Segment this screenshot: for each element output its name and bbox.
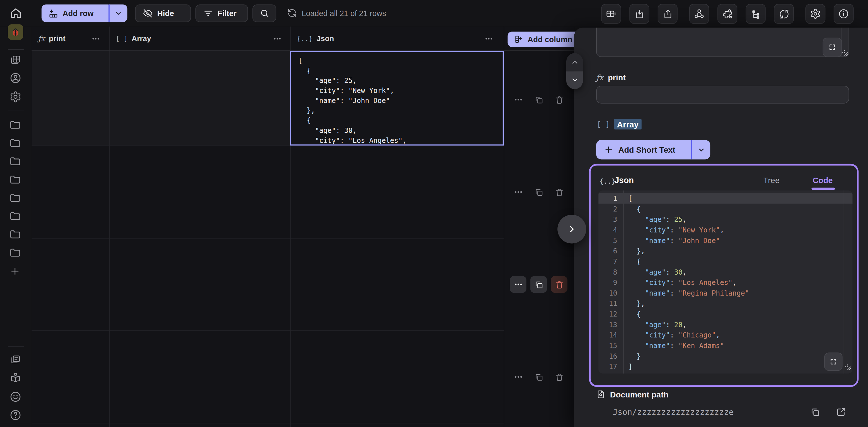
copy-icon [810,406,820,417]
info-button[interactable] [834,4,854,24]
sidebar-folder-7[interactable] [9,230,21,239]
expand-field-button[interactable] [823,38,842,57]
share-icon [662,9,673,19]
export-button[interactable] [658,4,677,24]
sync-button[interactable] [774,4,794,24]
sidebar-folder-3[interactable] [9,157,21,166]
rows-status-text: Loaded all 21 of 21 rows [302,9,386,18]
brackets-icon: [ ] [116,35,128,42]
tab-code[interactable]: Code [813,176,833,185]
eye-off-icon [143,8,153,19]
row-duplicate-button[interactable] [530,368,547,385]
expand-code-button[interactable] [825,352,843,371]
add-row-button[interactable]: Add row [42,4,108,22]
document-path-header: Document path [596,389,669,400]
row-menu-button[interactable] [510,276,526,293]
sidebar-folder-1[interactable] [9,120,21,129]
brackets-icon: [ ] [597,120,610,128]
row-delete-button[interactable] [551,91,567,108]
sidebar-divider [8,50,24,50]
sidebar-item-help[interactable] [9,409,22,421]
row-menu-button[interactable] [510,184,526,200]
hide-fields-button[interactable]: Hide [135,4,191,22]
row-duplicate-button[interactable] [530,91,547,108]
webhook-icon [693,8,705,20]
row-menu-button[interactable] [510,368,526,385]
code-content: [ { "age": 25, "city": "New York", "name… [623,190,852,373]
sidebar-folder-6[interactable] [9,211,21,221]
braces-icon: {..} [600,177,616,185]
row-menu-button[interactable] [510,91,526,108]
sidebar-item-feedback[interactable] [9,391,22,403]
row-actions-hovered [510,276,567,293]
open-path-button[interactable] [836,406,846,419]
add-short-text-label: Add Short Text [618,145,675,154]
line-numbers: 1234567891011121314151617 [598,190,623,373]
collapse-panel-button[interactable] [557,215,586,243]
document-search-icon [596,389,606,400]
json-cell-content: [ { "age": 25, "city": "New York", "name… [298,56,406,145]
tab-tree[interactable]: Tree [763,176,779,185]
chevron-down-icon [570,76,579,85]
search-button[interactable] [252,4,276,22]
webhook-button[interactable] [689,4,709,24]
external-link-icon [836,406,846,417]
resize-grip[interactable] [841,50,848,57]
sidebar-item-tables[interactable] [9,54,22,65]
hierarchy-button[interactable] [746,4,766,24]
row-actions [510,368,567,385]
print-field-input[interactable] [596,86,849,104]
sidebar-add-button[interactable] [9,266,21,277]
formula-icon: ƒx [38,34,45,43]
tab-active-indicator [811,188,835,190]
sidebar-folder-2[interactable] [9,138,21,148]
grid-line [32,145,504,146]
sidebar-folder-4[interactable] [9,175,21,184]
add-row-label: Add row [63,9,94,18]
filter-button[interactable]: Filter [195,4,248,22]
rows-status: Loaded all 21 of 21 rows [287,8,386,18]
column-label: print [49,34,65,43]
sidebar-item-news[interactable] [9,354,22,365]
info-icon [838,8,849,20]
row-duplicate-button[interactable] [530,276,547,293]
home-button[interactable] [9,7,23,22]
grid-line [32,238,504,238]
column-menu-print[interactable] [92,36,100,41]
row-delete-button[interactable] [551,276,567,293]
row-delete-button[interactable] [551,368,567,385]
selected-json-cell[interactable]: [ { "age": 25, "city": "New York", "name… [290,51,504,145]
json-code-editor[interactable]: 1234567891011121314151617 [ { "age": 25,… [598,190,852,373]
add-row-dropdown[interactable] [108,4,127,22]
resize-grip[interactable] [844,364,851,371]
sidebar-folder-5[interactable] [9,193,21,203]
copy-path-button[interactable] [810,406,820,419]
field-name: Array [614,119,642,130]
view-sidebar-toggle-button[interactable] [601,4,621,24]
add-short-text-button[interactable]: Add Short Text [596,140,691,159]
settings-button[interactable] [805,4,825,24]
extensions-button[interactable] [717,4,737,24]
column-header-json[interactable]: {..} Json [297,27,474,51]
scrollbar-track[interactable] [844,190,844,373]
field-textarea[interactable] [596,28,849,57]
prev-record-button[interactable] [566,53,583,71]
column-menu-json[interactable] [485,36,493,41]
sidebar-folder-8[interactable] [9,248,21,257]
chevron-right-icon [567,224,577,234]
row-duplicate-button[interactable] [530,184,547,200]
sidebar-item-base[interactable] [8,24,23,40]
next-record-button[interactable] [566,71,583,89]
record-nav [566,53,583,89]
import-button[interactable] [629,4,649,24]
sidebar-item-settings[interactable] [9,91,22,103]
field-label-print: ƒx print [596,73,626,82]
add-column-label: Add column [528,35,572,44]
column-menu-array[interactable] [274,36,281,41]
add-short-text-dropdown[interactable] [691,140,710,159]
row-delete-button[interactable] [551,184,567,200]
sidebar-item-account[interactable] [9,72,22,84]
sidebar-divider [8,347,24,347]
column-header-array[interactable]: [ ] Array [116,27,271,51]
sidebar-item-docs[interactable] [9,372,22,384]
